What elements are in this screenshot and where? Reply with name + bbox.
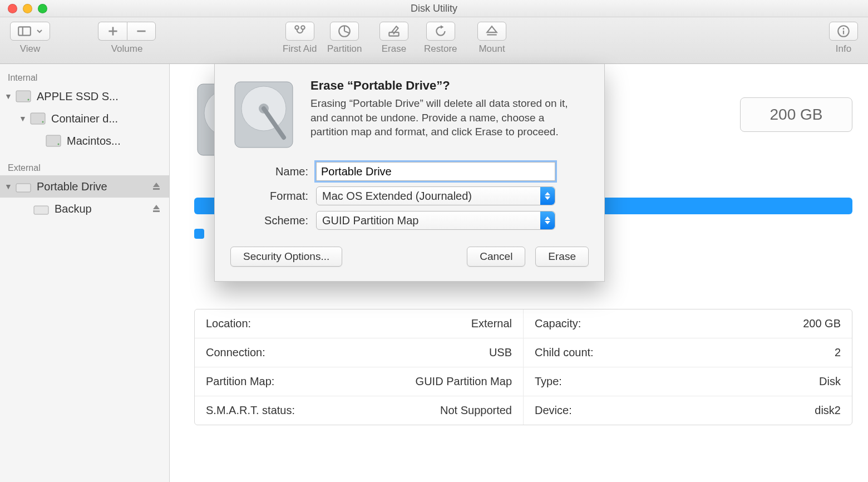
security-options-button[interactable]: Security Options... xyxy=(230,247,342,267)
info-row: Location: External xyxy=(195,309,523,338)
svg-line-9 xyxy=(344,31,349,33)
sidebar-item-backup[interactable]: ▼ Backup xyxy=(0,198,169,220)
svg-point-16 xyxy=(28,99,29,101)
sidebar-layout-icon xyxy=(17,24,32,38)
disclosure-icon[interactable]: ▼ xyxy=(4,92,12,101)
sidebar-item-portable-drive[interactable]: ▼ Portable Drive xyxy=(0,175,169,198)
info-value: 200 GB xyxy=(803,317,841,330)
chevron-down-icon xyxy=(36,28,43,35)
toolbar-erase-label: Erase xyxy=(379,43,408,55)
mount-icon xyxy=(485,24,499,38)
add-volume-button[interactable] xyxy=(98,22,127,41)
format-select[interactable]: Mac OS Extended (Journaled) xyxy=(316,186,555,205)
svg-point-5 xyxy=(295,26,299,29)
erase-icon xyxy=(387,24,401,38)
sidebar-item-label: APPLE SSD S... xyxy=(37,90,165,103)
svg-rect-24 xyxy=(153,210,160,212)
info-label: Partition Map: xyxy=(206,375,274,388)
capacity-badge-value: 200 GB xyxy=(770,106,823,124)
toolbar-view-group: View xyxy=(10,22,50,55)
stethoscope-icon xyxy=(293,24,307,38)
toolbar-info-group: Info xyxy=(829,22,858,55)
info-icon xyxy=(836,24,851,38)
mount-button[interactable] xyxy=(477,22,506,41)
svg-rect-21 xyxy=(16,184,31,192)
info-row: S.M.A.R.T. status: Not Supported xyxy=(195,396,523,425)
toolbar-volume-group: Volume xyxy=(98,22,156,55)
toolbar: View Volume First Ai xyxy=(0,17,868,64)
scheme-select[interactable]: GUID Partition Map xyxy=(316,211,555,230)
sidebar-item-container[interactable]: ▼ Container d... xyxy=(0,107,169,130)
info-label: S.M.A.R.T. status: xyxy=(206,404,295,417)
close-window-button[interactable] xyxy=(8,4,17,13)
internal-disk-icon xyxy=(16,90,31,102)
restore-button[interactable] xyxy=(426,22,455,41)
sidebar: Internal ▼ APPLE SSD S... ▼ Container d.… xyxy=(0,64,170,482)
name-label: Name: xyxy=(230,165,308,178)
sidebar-internal-heading: Internal xyxy=(0,70,169,85)
minimize-window-button[interactable] xyxy=(23,4,32,13)
eject-icon[interactable] xyxy=(151,181,161,191)
sidebar-item-label: Container d... xyxy=(51,112,165,125)
info-label: Capacity: xyxy=(535,317,581,330)
info-row: Device: disk2 xyxy=(524,396,852,425)
external-disk-icon xyxy=(16,180,31,193)
info-button[interactable] xyxy=(829,22,858,41)
toolbar-erase-group: Erase xyxy=(379,22,408,55)
toolbar-restore-group: Restore xyxy=(424,22,457,55)
select-stepper-icon xyxy=(540,187,555,205)
usage-legend-chip xyxy=(194,229,204,239)
scheme-value: GUID Partition Map xyxy=(322,214,418,227)
svg-rect-0 xyxy=(18,27,31,35)
info-label: Location: xyxy=(206,317,251,330)
svg-point-6 xyxy=(301,26,305,29)
toolbar-restore-label: Restore xyxy=(424,43,457,55)
info-value: GUID Partition Map xyxy=(416,375,512,388)
format-label: Format: xyxy=(230,190,308,203)
toolbar-firstaid-label: First Aid xyxy=(283,43,317,55)
remove-volume-button[interactable] xyxy=(127,22,156,41)
toolbar-mount-label: Mount xyxy=(477,43,506,55)
info-value: disk2 xyxy=(815,404,841,417)
eject-icon[interactable] xyxy=(151,204,161,214)
name-input[interactable] xyxy=(316,162,555,181)
toolbar-partition-label: Partition xyxy=(327,43,362,55)
disclosure-icon[interactable]: ▼ xyxy=(19,114,27,123)
view-button[interactable] xyxy=(10,22,50,41)
info-table: Location: External Connection: USB Parti… xyxy=(194,309,852,425)
sidebar-item-label: Macintos... xyxy=(67,135,165,147)
svg-point-20 xyxy=(58,144,60,145)
internal-disk-icon xyxy=(30,112,46,125)
info-value: Disk xyxy=(819,375,841,388)
sidebar-external-heading: External xyxy=(0,160,169,175)
window-buttons xyxy=(8,4,47,13)
cancel-button[interactable]: Cancel xyxy=(467,247,525,267)
disclosure-icon[interactable]: ▼ xyxy=(4,182,12,191)
sidebar-item-macintosh-hd[interactable]: ▼ Macintos... xyxy=(0,130,169,152)
svg-rect-22 xyxy=(153,188,160,190)
dialog-message: Erasing “Portable Drive” will delete all… xyxy=(310,96,578,139)
toolbar-partition-group: Partition xyxy=(327,22,362,55)
info-col-right: Capacity: 200 GB Child count: 2 Type: Di… xyxy=(524,309,852,425)
sidebar-item-apple-ssd[interactable]: ▼ APPLE SSD S... xyxy=(0,85,169,107)
pie-icon xyxy=(337,24,352,38)
minus-icon xyxy=(134,24,149,38)
info-label: Type: xyxy=(535,375,562,388)
partition-button[interactable] xyxy=(330,22,359,41)
info-label: Device: xyxy=(535,404,572,417)
svg-rect-23 xyxy=(34,206,48,214)
toolbar-info-label: Info xyxy=(829,43,858,55)
info-row: Capacity: 200 GB xyxy=(524,309,852,338)
plus-icon xyxy=(106,24,120,38)
info-row: Connection: USB xyxy=(195,338,523,367)
zoom-window-button[interactable] xyxy=(38,4,47,13)
toolbar-volume-label: Volume xyxy=(98,43,156,55)
info-label: Child count: xyxy=(535,346,594,359)
svg-point-18 xyxy=(42,121,44,123)
sidebar-item-label: Backup xyxy=(55,203,151,215)
info-row: Partition Map: GUID Partition Map xyxy=(195,367,523,396)
capacity-badge: 200 GB xyxy=(740,97,852,132)
erase-button[interactable] xyxy=(379,22,408,41)
first-aid-button[interactable] xyxy=(285,22,314,41)
confirm-erase-button[interactable]: Erase xyxy=(535,247,589,267)
